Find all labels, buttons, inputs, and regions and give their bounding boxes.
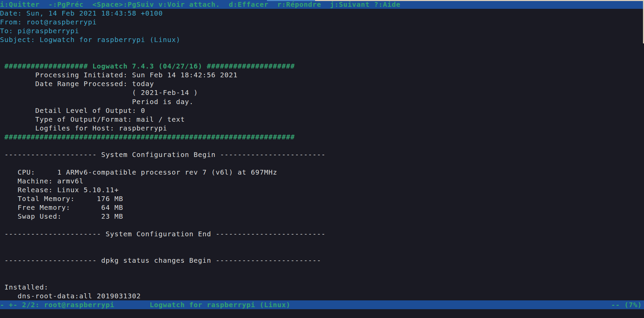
blank-line <box>0 238 644 247</box>
blank-line <box>0 221 644 230</box>
section-sysconfig-begin: --------------------- System Configurati… <box>0 150 644 159</box>
logwatch-info-line: Type of Output/Format: mail / text <box>0 115 644 124</box>
pager-help-bar: i:Quitter -:PgPréc <Space>:PgSuiv v:Voir… <box>0 0 644 9</box>
window-edge-artifact-blue <box>267 0 315 1</box>
sysconfig-machine-line: Machine: armv6l <box>0 177 644 185</box>
dpkg-installed-header: Installed: <box>0 283 644 292</box>
sysconfig-swap-used-line: Swap Used: 23 MB <box>0 212 644 221</box>
logwatch-info-line: Date Range Processed: today <box>0 79 644 88</box>
pager-status-bar: - +- 2/2: root@raspberrypi Logwatch for … <box>0 300 644 309</box>
blank-line <box>0 274 644 282</box>
logwatch-info-line: ( 2021-Feb-14 ) <box>0 88 644 97</box>
pager-help-text: i:Quitter -:PgPréc <Space>:PgSuiv v:Voir… <box>0 0 400 8</box>
terminal-screen: i:Quitter -:PgPréc <Space>:PgSuiv v:Voir… <box>0 0 644 318</box>
blank-line <box>0 53 644 62</box>
mail-header-date: Date: Sun, 14 Feb 2021 18:43:58 +0100 <box>0 9 644 18</box>
sysconfig-total-memory-line: Total Memory: 176 MB <box>0 194 644 203</box>
sysconfig-release-line: Release: Linux 5.10.11+ <box>0 185 644 194</box>
mail-header-from: From: root@raspberrypi <box>0 18 644 26</box>
blank-line <box>0 44 644 53</box>
mail-header-to: To: pi@raspberrypi <box>0 26 644 35</box>
logwatch-info-line: Detail Level of Output: 0 <box>0 106 644 115</box>
logwatch-info-line: Period is day. <box>0 97 644 106</box>
blank-line <box>0 265 644 274</box>
blank-line <box>0 247 644 256</box>
logwatch-info-line: Processing Initiated: Sun Feb 14 18:42:5… <box>0 71 644 79</box>
blank-line <box>0 141 644 150</box>
logwatch-banner-close-line: ########################################… <box>0 133 644 141</box>
logwatch-info-line: Logfiles for Host: raspberrypi <box>0 124 644 133</box>
status-bar-message-info: - +- 2/2: root@raspberrypi Logwatch for … <box>0 300 290 309</box>
sysconfig-cpu-line: CPU: 1 ARMv6-compatible processor rev 7 … <box>0 168 644 177</box>
status-bar-scroll-percent: -- (7%) <box>611 300 644 309</box>
section-sysconfig-end: ---------------------- System Configurat… <box>0 230 644 238</box>
mail-header-subject: Subject: Logwatch for raspberrypi (Linux… <box>0 35 644 44</box>
blank-line <box>0 159 644 168</box>
command-line-empty <box>0 309 644 318</box>
logwatch-banner-line: ################### Logwatch 7.4.3 (04/2… <box>0 62 644 71</box>
dpkg-installed-package-line: dns-root-data:all 2019031302 <box>0 292 644 300</box>
section-dpkg-begin: --------------------- dpkg status change… <box>0 256 644 265</box>
sysconfig-free-memory-line: Free Memory: 64 MB <box>0 203 644 212</box>
window-edge-artifact-beige <box>315 0 644 1</box>
